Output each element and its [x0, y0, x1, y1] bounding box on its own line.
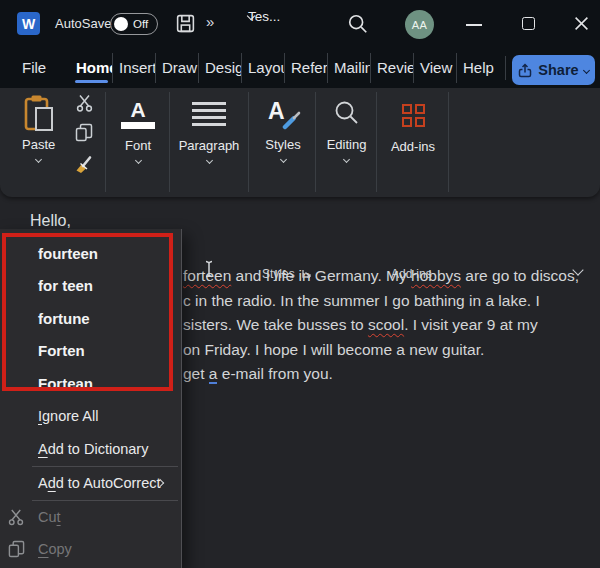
editing-label: Editing	[327, 137, 367, 152]
format-painter-button[interactable]	[74, 153, 94, 173]
doc-line-4: on Friday. I hope I will become a new gu…	[183, 338, 597, 363]
addins-icon	[402, 95, 425, 135]
spellcheck-context-menu: fourteen for teen fortune Forten Fortean…	[0, 229, 182, 568]
styles-dialog-launcher-icon[interactable]	[301, 268, 312, 279]
paste-button[interactable]: Paste	[22, 93, 55, 162]
styles-group-label: Styles	[262, 267, 295, 281]
tab-home[interactable]: Home	[70, 53, 113, 83]
font-label: Font	[125, 138, 151, 153]
addins-group-label: Add-ins	[391, 267, 432, 281]
chevron-down-icon	[35, 156, 42, 163]
autosave-state: Off	[133, 18, 148, 30]
toggle-knob	[114, 17, 128, 31]
tab-layout[interactable]: Layout	[242, 53, 285, 83]
tab-mailings[interactable]: Mailings	[328, 53, 371, 83]
paragraph-group-button[interactable]: Paragraph	[172, 94, 246, 163]
ribbon: Paste Clipboard	[0, 88, 600, 197]
suggestion-fourteen[interactable]: fourteen	[0, 237, 181, 270]
suggestion-fortean[interactable]: Fortean	[0, 367, 181, 400]
share-icon	[518, 63, 533, 78]
group-divider	[376, 92, 377, 192]
document-body-text[interactable]: forteen and I life in Germany. My hobbys…	[183, 264, 597, 387]
copy-button[interactable]	[75, 123, 93, 142]
group-divider	[105, 92, 106, 192]
word-app-icon[interactable]: W	[17, 12, 40, 35]
paragraph-label: Paragraph	[179, 138, 240, 153]
suggestion-list: fourteen for teen fortune Forten Fortean	[0, 229, 181, 400]
group-divider	[315, 92, 316, 192]
tab-view[interactable]: View	[414, 53, 457, 83]
font-group-button[interactable]: A Font	[112, 94, 164, 163]
editing-icon	[333, 93, 361, 133]
maximize-button[interactable]	[522, 17, 535, 30]
group-divider	[248, 92, 249, 192]
suggestion-for-teen[interactable]: for teen	[0, 270, 181, 303]
account-avatar[interactable]: AA	[405, 10, 434, 39]
share-label: Share	[538, 62, 578, 78]
group-divider	[448, 92, 449, 192]
styles-group-button[interactable]: A Styles	[253, 93, 313, 162]
doc-line-5: get a e-mail from you.	[183, 362, 597, 387]
paragraph-icon	[192, 94, 226, 134]
collapse-ribbon-chevron-icon[interactable]	[574, 260, 582, 278]
cut-button[interactable]	[76, 94, 93, 112]
tab-file[interactable]: File	[20, 53, 70, 83]
doc-line-2: c in the radio. In the summer I go bathi…	[183, 289, 597, 314]
tab-share-divider	[505, 56, 506, 80]
autosave-toggle[interactable]: Off	[110, 13, 158, 35]
tab-references[interactable]: References	[285, 53, 328, 83]
tab-review[interactable]: Review	[371, 53, 414, 83]
chevron-down-icon	[583, 66, 590, 73]
document-salutation[interactable]: Hello,	[30, 212, 71, 230]
share-button[interactable]: Share	[512, 55, 595, 85]
styles-icon: A	[266, 93, 300, 133]
paste-icon	[23, 93, 55, 133]
copy-icon	[8, 540, 25, 558]
tab-help[interactable]: Help	[457, 53, 500, 83]
minimize-button[interactable]	[466, 24, 482, 26]
chevron-down-icon	[343, 156, 350, 163]
paste-label: Paste	[22, 137, 55, 152]
group-divider	[169, 92, 170, 192]
text-cursor-pointer	[203, 260, 215, 278]
chevron-down-icon	[279, 156, 286, 163]
doc-line-3: sisters. We take busses to scool. I visi…	[183, 313, 597, 338]
styles-label: Styles	[265, 137, 300, 152]
ribbon-tab-row: File Home Insert Draw Design Layout Refe…	[0, 48, 600, 88]
menu-item-ignore-all[interactable]: Ignore All	[0, 400, 181, 433]
menu-item-cut[interactable]: Cut	[0, 501, 181, 533]
editing-group-button[interactable]: Editing	[319, 93, 374, 162]
suggestion-fortune[interactable]: fortune	[0, 302, 181, 335]
title-bar: W AutoSave Off » Tes... AA	[0, 0, 600, 48]
tab-draw[interactable]: Draw	[156, 53, 199, 83]
active-tab-underline	[75, 80, 108, 83]
tab-design[interactable]: Design	[199, 53, 242, 83]
menu-item-add-to-autocorrect[interactable]: Add to AutoCorrect	[0, 467, 181, 500]
menu-item-add-to-dictionary[interactable]: Add to Dictionary	[0, 433, 181, 466]
chevron-down-icon	[205, 157, 212, 164]
menu-item-copy[interactable]: Copy	[0, 533, 181, 565]
suggestion-forten[interactable]: Forten	[0, 335, 181, 368]
addins-label: Add-ins	[391, 139, 435, 154]
addins-button[interactable]: Add-ins	[382, 95, 444, 154]
font-icon: A	[121, 94, 155, 134]
doc-line-1: forteen and I life in Germany. My hobbys…	[183, 264, 597, 289]
ribbon-overflow-button[interactable]: »	[206, 13, 214, 30]
autosave-label: AutoSave	[55, 16, 111, 31]
chevron-down-icon	[134, 157, 141, 164]
tab-insert[interactable]: Insert	[113, 53, 156, 83]
tab-home-label: Home	[76, 59, 113, 76]
scissors-icon	[8, 508, 24, 526]
